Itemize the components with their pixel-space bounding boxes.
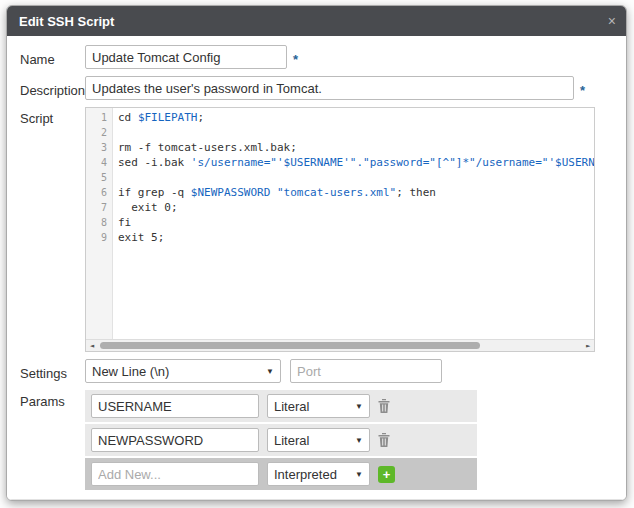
settings-row: Settings New Line (\n) ▼ (20, 359, 613, 383)
param-name-input[interactable] (91, 394, 259, 418)
scroll-left-icon[interactable]: ◄ (86, 342, 98, 350)
code-line: 5 (86, 170, 594, 185)
name-label: Name (20, 48, 85, 67)
param-row: Literal ▼ (85, 424, 477, 456)
close-icon[interactable]: × (608, 14, 616, 28)
description-row: Description * (20, 76, 613, 100)
param-name-input[interactable] (91, 428, 259, 452)
code-line: 3rm -f tomcat-users.xml.bak; (86, 140, 594, 155)
param-type-value: Literal (274, 399, 309, 414)
port-field[interactable] (290, 359, 442, 383)
add-param-button[interactable]: + (378, 466, 395, 483)
description-required-mark: * (580, 79, 585, 98)
dialog-title: Edit SSH Script (19, 14, 608, 29)
add-param-type-value: Interpreted (274, 467, 337, 482)
name-field[interactable] (85, 45, 287, 69)
trash-icon (378, 433, 390, 447)
add-param-type-select[interactable]: Interpreted ▼ (267, 462, 370, 486)
editor-lines: 1cd $FILEPATH;23rm -f tomcat-users.xml.b… (86, 108, 594, 245)
code-line: 2 (86, 125, 594, 140)
script-editor[interactable]: 1cd $FILEPATH;23rm -f tomcat-users.xml.b… (85, 107, 595, 352)
name-required-mark: * (293, 48, 298, 67)
trash-icon (378, 399, 390, 413)
chevron-down-icon: ▼ (355, 402, 363, 411)
script-row: Script 1cd $FILEPATH;23rm -f tomcat-user… (20, 107, 613, 352)
scroll-right-icon[interactable]: ► (582, 342, 594, 350)
param-type-select[interactable]: Literal ▼ (267, 394, 370, 418)
name-row: Name * (20, 45, 613, 69)
chevron-down-icon: ▼ (355, 436, 363, 445)
param-type-value: Literal (274, 433, 309, 448)
code-line: 8fi (86, 215, 594, 230)
code-line: 6if grep -q $NEWPASSWORD "tomcat-users.x… (86, 185, 594, 200)
chevron-down-icon: ▼ (266, 367, 274, 376)
description-label: Description (20, 79, 85, 98)
newline-select-value: New Line (\n) (92, 364, 169, 379)
add-param-row: Interpreted ▼ + (85, 458, 477, 490)
add-param-input[interactable] (91, 462, 259, 486)
dialog-footer: ✔ OK ✖ Cancel (7, 499, 626, 501)
settings-label: Settings (20, 362, 85, 381)
params-row: Params Literal ▼ Literal ▼ (20, 390, 613, 492)
param-row: Literal ▼ (85, 390, 477, 422)
delete-param-button[interactable] (378, 433, 390, 447)
script-label: Script (20, 107, 85, 126)
params-rows: Literal ▼ Literal ▼ (85, 390, 477, 456)
editor-horizontal-scrollbar[interactable]: ◄ ► (86, 339, 594, 351)
code-line: 4sed -i.bak 's/username="'$USERNAME'"."p… (86, 155, 594, 170)
dialog-header: Edit SSH Script × (7, 6, 626, 36)
description-field[interactable] (85, 76, 574, 100)
code-line: 1cd $FILEPATH; (86, 110, 594, 125)
code-line: 7 exit 0; (86, 200, 594, 215)
delete-param-button[interactable] (378, 399, 390, 413)
edit-ssh-script-dialog: Edit SSH Script × Name * Description * S… (6, 5, 627, 501)
param-type-select[interactable]: Literal ▼ (267, 428, 370, 452)
dialog-body: Name * Description * Script 1cd $FILEPAT… (7, 36, 626, 499)
scrollbar-thumb[interactable] (100, 342, 480, 349)
params-panel: Literal ▼ Literal ▼ Inte (85, 390, 477, 492)
code-line: 9exit 5; (86, 230, 594, 245)
newline-select[interactable]: New Line (\n) ▼ (85, 359, 281, 383)
params-label: Params (20, 390, 85, 409)
chevron-down-icon: ▼ (355, 470, 363, 479)
